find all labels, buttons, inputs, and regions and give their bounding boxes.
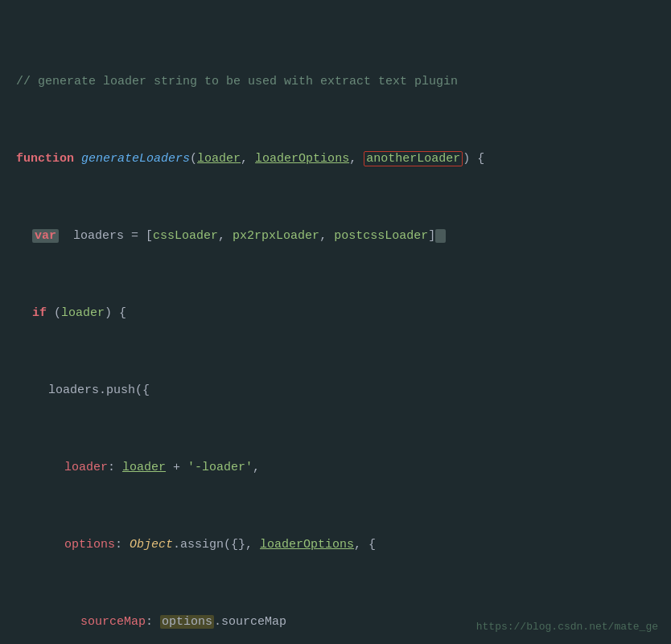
code-editor: // generate loader string to be used wit…	[16, 14, 655, 644]
code-line-1: // generate loader string to be used wit…	[16, 72, 655, 92]
code-line-4: if (loader) {	[16, 304, 655, 323]
code-line-7: options: Object.assign({}, loaderOptions…	[16, 535, 655, 555]
code-line-5: loaders.push({	[16, 381, 655, 400]
code-line-2: function generateLoaders(loader, loaderO…	[16, 150, 655, 169]
code-line-3: var loaders = [cssLoader, px2rpxLoader, …	[16, 227, 655, 246]
watermark: https://blog.csdn.net/mate_ge	[476, 619, 658, 636]
code-line-6: loader: loader + '-loader',	[16, 458, 655, 478]
